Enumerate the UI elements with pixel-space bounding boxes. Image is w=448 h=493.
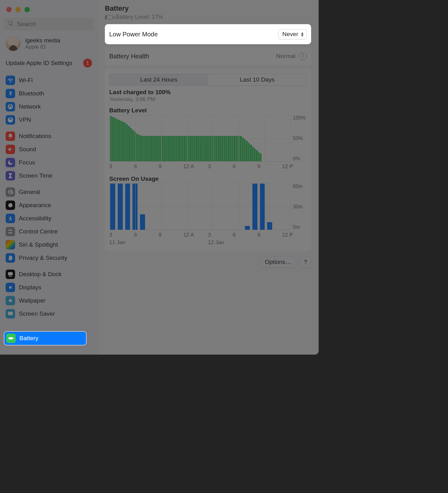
minimize-window-button[interactable] xyxy=(15,7,21,12)
dock-icon xyxy=(6,270,15,279)
item-label: VPN xyxy=(19,116,31,123)
screen-on-chart: 60m 30m 0m xyxy=(109,184,307,230)
item-label: Battery xyxy=(19,335,38,342)
battery-level-row: Battery Level: 17% xyxy=(105,14,311,20)
sidebar-item-notifications[interactable]: Notifications xyxy=(4,130,94,143)
segment-10d[interactable]: Last 10 Days xyxy=(208,74,307,85)
svg-rect-8 xyxy=(8,312,13,315)
fullscreen-window-button[interactable] xyxy=(24,7,30,12)
sidebar-item-appearance[interactable]: Appearance xyxy=(4,199,94,212)
item-label: Wi-Fi xyxy=(19,77,33,84)
sidebar-item-desktop-dock[interactable]: Desktop & Dock xyxy=(4,268,94,281)
x-tick: 6 xyxy=(233,163,257,170)
battery-health-value: Normal xyxy=(276,53,295,60)
date-row: 11 Jan12 Jan xyxy=(109,239,307,246)
date-label: 11 Jan xyxy=(109,239,208,246)
item-label: Notifications xyxy=(19,133,51,140)
svg-rect-3 xyxy=(8,233,12,233)
sidebar-item-focus[interactable]: Focus xyxy=(4,156,94,169)
bluetooth-icon xyxy=(6,89,15,98)
svg-rect-5 xyxy=(9,276,12,277)
appearance-icon xyxy=(6,201,15,210)
battery-level-chart: 100% 50% 0% xyxy=(109,115,307,162)
item-label: Privacy & Security xyxy=(19,255,67,261)
item-label: Siri & Spotlight xyxy=(19,241,58,248)
y-tick: 0% xyxy=(293,156,307,162)
siri-icon xyxy=(6,240,15,249)
search-field[interactable] xyxy=(4,18,94,30)
chevron-updown-icon: ▲▼ xyxy=(300,32,304,37)
bell-icon xyxy=(6,131,15,141)
help-button[interactable]: ? xyxy=(300,256,311,268)
hand-icon xyxy=(6,253,15,263)
last-charge-sub: Yesterday, 3:06 PM xyxy=(109,96,307,103)
item-label: Desktop & Dock xyxy=(19,271,62,278)
last-charge-title: Last charged to 100% xyxy=(109,89,307,96)
battery-health-row[interactable]: Battery Health Normal xyxy=(105,47,311,65)
svg-point-1 xyxy=(10,216,11,217)
sidebar-item-wifi[interactable]: Wi-Fi xyxy=(4,74,94,87)
sidebar-item-screen-saver[interactable]: Screen Saver xyxy=(4,307,94,320)
x-tick: 9 xyxy=(257,163,282,170)
x-tick: 12 A xyxy=(183,232,208,238)
item-label: Focus xyxy=(19,159,35,166)
item-label: Appearance xyxy=(19,202,51,209)
globe-icon xyxy=(6,115,15,125)
charts-panel: Last 24 Hours Last 10 Days Last charged … xyxy=(105,69,311,251)
screensaver-icon xyxy=(6,309,15,319)
user-sub: Apple ID xyxy=(25,44,60,50)
sliders-icon xyxy=(6,227,15,236)
gear-icon xyxy=(6,187,15,197)
sidebar-item-bluetooth[interactable]: Bluetooth xyxy=(4,87,94,100)
y-tick: 100% xyxy=(293,115,307,121)
sidebar-item-accessibility[interactable]: Accessibility xyxy=(4,212,94,225)
search-input[interactable] xyxy=(17,21,91,28)
page-title: Battery xyxy=(105,4,311,13)
sidebar-item-privacy[interactable]: Privacy & Security xyxy=(4,251,94,265)
info-icon[interactable] xyxy=(299,52,307,60)
sidebar-item-siri[interactable]: Siri & Spotlight xyxy=(4,238,94,251)
chart2-title: Screen On Usage xyxy=(109,175,307,182)
sidebar-item-vpn[interactable]: VPN xyxy=(4,113,94,126)
low-power-mode-row: Low Power Mode Never ▲▼ xyxy=(105,24,311,44)
search-icon xyxy=(8,20,14,28)
y-tick: 60m xyxy=(293,184,307,189)
moon-icon xyxy=(6,158,15,167)
svg-point-7 xyxy=(9,299,12,302)
sidebar-item-displays[interactable]: Displays xyxy=(4,281,94,294)
sidebar-item-screen-time[interactable]: Screen Time xyxy=(4,169,94,182)
time-range-segment[interactable]: Last 24 Hours Last 10 Days xyxy=(109,74,307,86)
apple-id-row[interactable]: igeeks media Apple ID xyxy=(4,30,94,54)
sidebar-item-network[interactable]: Network xyxy=(4,100,94,113)
x-tick: 6 xyxy=(134,232,159,238)
close-window-button[interactable] xyxy=(6,7,12,12)
sidebar-item-general[interactable]: General xyxy=(4,185,94,199)
item-label: Screen Saver xyxy=(19,310,55,317)
date-label: 12 Jan xyxy=(208,239,307,246)
sidebar-item-wallpaper[interactable]: Wallpaper xyxy=(4,294,94,307)
sidebar-item-battery[interactable]: Battery xyxy=(4,332,86,345)
avatar xyxy=(6,36,21,51)
battery-health-label: Battery Health xyxy=(109,53,149,60)
wallpaper-icon xyxy=(6,296,15,305)
low-power-mode-select[interactable]: Never ▲▼ xyxy=(278,29,307,39)
display-icon xyxy=(6,283,15,292)
battery-icon xyxy=(105,15,113,19)
update-apple-id-row[interactable]: Update Apple ID Settings 1 xyxy=(4,54,94,71)
sidebar-item-control-centre[interactable]: Control Centre xyxy=(4,225,94,238)
update-label: Update Apple ID Settings xyxy=(6,59,72,67)
x-tick: 3 xyxy=(208,232,233,238)
low-power-mode-label: Low Power Mode xyxy=(109,31,158,38)
sidebar-item-sound[interactable]: Sound xyxy=(4,143,94,156)
x-axis: 36912 A36912 P xyxy=(109,163,307,170)
x-tick: 3 xyxy=(109,232,134,238)
x-tick: 12 A xyxy=(183,163,208,170)
options-button[interactable]: Options… xyxy=(260,256,296,268)
svg-point-6 xyxy=(9,286,12,289)
segment-24h[interactable]: Last 24 Hours xyxy=(110,74,208,85)
update-badge: 1 xyxy=(83,59,92,67)
x-tick: 9 xyxy=(257,232,282,238)
x-tick: 9 xyxy=(159,232,183,238)
x-tick: 3 xyxy=(109,163,134,170)
select-value: Never xyxy=(282,31,298,37)
